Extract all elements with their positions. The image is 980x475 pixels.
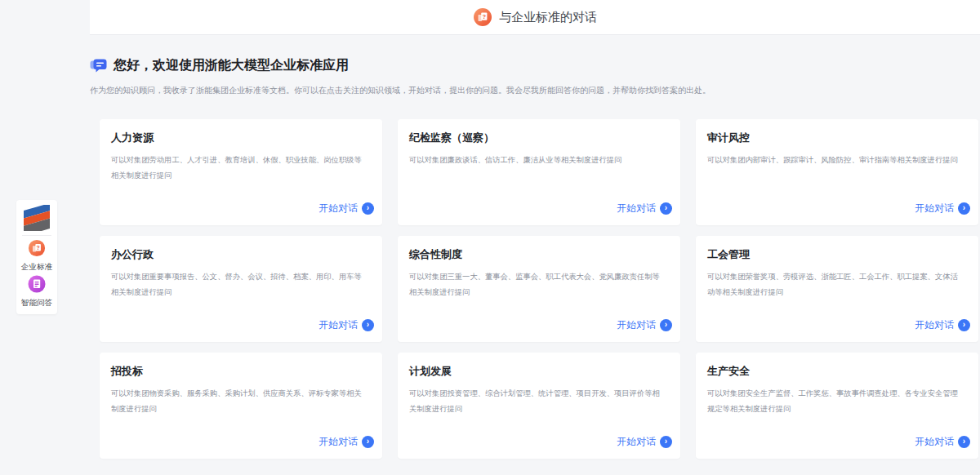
topic-card-union: 工会管理 可以对集团荣誉奖项、劳模评选、浙能工匠、工会工作、职工提案、文体活动等… (696, 236, 978, 342)
start-chat-label: 开始对话 (915, 318, 954, 332)
welcome-title: 您好，欢迎使用浙能大模型企业标准应用 (114, 57, 349, 74)
card-description: 可以对集团廉政谈话、信访工作、廉洁从业等相关制度进行提问 (409, 153, 667, 168)
card-title: 纪检监察（巡察） (409, 131, 667, 145)
start-chat-link[interactable]: 开始对话 › (915, 435, 970, 449)
topic-card-bidding: 招投标 可以对集团物资采购、服务采购、采购计划、供应商关系、评标专家等相关制度进… (100, 353, 382, 459)
start-chat-link[interactable]: 开始对话 › (617, 202, 672, 215)
start-chat-label: 开始对话 (617, 318, 656, 332)
sidebar-item-label: 智能问答 (17, 298, 56, 308)
start-chat-label: 开始对话 (617, 202, 656, 215)
start-chat-label: 开始对话 (915, 202, 954, 215)
card-title: 工会管理 (707, 247, 965, 262)
enterprise-standard-icon: ? (28, 239, 46, 257)
card-description: 可以对集团荣誉奖项、劳模评选、浙能工匠、工会工作、职工提案、文体活动等相关制度进… (707, 269, 965, 300)
svg-text:?: ? (37, 245, 40, 251)
card-title: 计划发展 (409, 364, 667, 379)
start-chat-label: 开始对话 (318, 318, 358, 332)
card-title: 人力资源 (111, 131, 369, 145)
card-description: 可以对集团投资管理、综合计划管理、统计管理、项目开发、项目评价等相关制度进行提问 (409, 386, 667, 417)
sidebar-item-label: 企业标准 (17, 262, 56, 272)
arrow-right-icon: › (660, 436, 672, 448)
card-title: 综合性制度 (409, 247, 667, 262)
zheneng-logo (16, 205, 57, 231)
welcome-subtitle: 作为您的知识顾问，我收录了浙能集团企业标准等文档。你可以在点击关注的知识领域，开… (90, 85, 710, 96)
arrow-right-icon: › (362, 436, 374, 448)
enterprise-standard-chat-icon: ? (473, 7, 492, 27)
card-description: 可以对集团劳动用工、人才引进、教育培训、休假、职业技能、岗位职级等相关制度进行提… (111, 153, 369, 184)
chat-bubble-icon (90, 57, 107, 74)
sidebar-item-enterprise-standard[interactable]: ? 企业标准 (16, 239, 57, 272)
start-chat-link[interactable]: 开始对话 › (617, 318, 672, 332)
arrow-right-icon: › (958, 319, 970, 331)
topic-card-hr: 人力资源 可以对集团劳动用工、人才引进、教育培训、休假、职业技能、岗位职级等相关… (100, 119, 382, 225)
svg-text:?: ? (483, 13, 487, 20)
card-title: 办公行政 (111, 247, 369, 262)
card-title: 审计风控 (707, 131, 965, 145)
start-chat-label: 开始对话 (915, 435, 954, 449)
page-title: 与企业标准的对话 (499, 10, 597, 25)
card-title: 招投标 (111, 364, 369, 379)
card-title: 生产安全 (707, 364, 965, 379)
page-header: ? 与企业标准的对话 (90, 0, 980, 35)
card-description: 可以对集团物资采购、服务采购、采购计划、供应商关系、评标专家等相关制度进行提问 (111, 386, 369, 417)
arrow-right-icon: › (362, 319, 374, 331)
start-chat-label: 开始对话 (318, 435, 358, 449)
arrow-right-icon: › (958, 202, 970, 215)
arrow-right-icon: › (660, 202, 672, 215)
topic-card-planning: 计划发展 可以对集团投资管理、综合计划管理、统计管理、项目开发、项目评价等相关制… (398, 353, 680, 459)
card-description: 可以对集团安全生产监督、工作奖惩、事故事件调查处理、各专业安全管理规定等相关制度… (707, 386, 965, 417)
topic-card-discipline: 纪检监察（巡察） 可以对集团廉政谈话、信访工作、廉洁从业等相关制度进行提问 开始… (398, 119, 680, 225)
start-chat-label: 开始对话 (318, 202, 358, 215)
topic-card-comprehensive: 综合性制度 可以对集团三重一大、董事会、监事会、职工代表大会、党风廉政责任制等相… (398, 236, 680, 342)
start-chat-link[interactable]: 开始对话 › (318, 202, 374, 215)
start-chat-link[interactable]: 开始对话 › (915, 202, 970, 215)
arrow-right-icon: › (362, 202, 374, 215)
start-chat-link[interactable]: 开始对话 › (915, 318, 970, 332)
topic-card-admin: 办公行政 可以对集团重要事项报告、公文、督办、会议、招待、档案、用印、用车等相关… (100, 236, 382, 342)
panel-divider (22, 235, 51, 236)
smart-qa-icon (28, 275, 46, 293)
start-chat-link[interactable]: 开始对话 › (318, 318, 374, 332)
left-nav-panel: ? 企业标准 智能问答 (16, 200, 57, 314)
sidebar-item-smart-qa[interactable]: 智能问答 (16, 275, 57, 308)
welcome-header: 您好，欢迎使用浙能大模型企业标准应用 (90, 57, 349, 74)
start-chat-link[interactable]: 开始对话 › (318, 435, 374, 449)
arrow-right-icon: › (958, 436, 970, 448)
topic-card-audit: 审计风控 可以对集团内部审计、跟踪审计、风险防控、审计指南等相关制度进行提问 开… (696, 119, 978, 225)
topic-card-grid: 人力资源 可以对集团劳动用工、人才引进、教育培训、休假、职业技能、岗位职级等相关… (100, 119, 978, 459)
start-chat-link[interactable]: 开始对话 › (617, 435, 672, 449)
start-chat-label: 开始对话 (617, 435, 656, 449)
arrow-right-icon: › (660, 319, 672, 331)
topic-card-safety: 生产安全 可以对集团安全生产监督、工作奖惩、事故事件调查处理、各专业安全管理规定… (696, 353, 978, 459)
card-description: 可以对集团三重一大、董事会、监事会、职工代表大会、党风廉政责任制等相关制度进行提… (409, 269, 667, 300)
card-description: 可以对集团重要事项报告、公文、督办、会议、招待、档案、用印、用车等相关制度进行提… (111, 269, 369, 300)
card-description: 可以对集团内部审计、跟踪审计、风险防控、审计指南等相关制度进行提问 (707, 153, 965, 168)
